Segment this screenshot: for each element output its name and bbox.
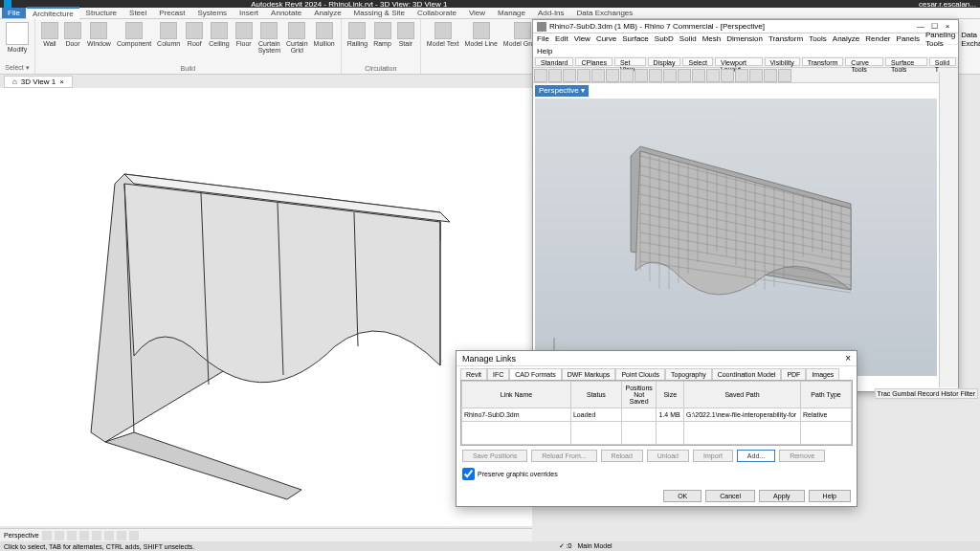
rhino-tool-icon[interactable]: [706, 69, 720, 82]
rhino-tool-icon[interactable]: [548, 69, 562, 82]
rhino-tool-icon[interactable]: [591, 69, 605, 82]
revit-user[interactable]: cesar.r.escalan...: [919, 0, 976, 9]
rhino-tab[interactable]: Set View: [614, 57, 646, 66]
rhino-menu-subd[interactable]: SubD: [655, 34, 674, 43]
status-icon[interactable]: [129, 531, 139, 540]
dialog-tab-images[interactable]: Images: [806, 368, 839, 380]
tab-annotate[interactable]: Annotate: [265, 8, 307, 18]
status-icon[interactable]: [92, 531, 101, 540]
rhino-tab[interactable]: Solid T: [929, 57, 956, 66]
rhino-tab[interactable]: CPlanes: [575, 57, 612, 66]
status-icon[interactable]: [104, 531, 114, 540]
tab-manage[interactable]: Manage: [492, 8, 531, 18]
rhino-tool-icon[interactable]: [649, 69, 662, 82]
tab-precast[interactable]: Precast: [153, 8, 190, 18]
rhino-menu-mesh[interactable]: Mesh: [702, 34, 722, 43]
close-icon[interactable]: ×: [59, 77, 64, 86]
preserve-overrides-check[interactable]: Preserve graphic overrides: [457, 466, 857, 482]
rhino-menu-view[interactable]: View: [574, 34, 590, 43]
dialog-tab-ifc[interactable]: IFC: [487, 368, 509, 380]
tab-insert[interactable]: Insert: [234, 8, 264, 18]
checkbox[interactable]: [462, 468, 475, 480]
tab-addins[interactable]: Add-Ins: [532, 8, 570, 18]
rhino-tool-icon[interactable]: [721, 69, 734, 82]
tab-file[interactable]: File: [2, 8, 26, 18]
tab-steel[interactable]: Steel: [123, 8, 152, 18]
curtain-grid-button[interactable]: Curtain Grid: [284, 21, 310, 55]
component-button[interactable]: Component: [115, 21, 153, 48]
rhino-tool-icon[interactable]: [620, 69, 634, 82]
rhino-help[interactable]: Help: [537, 47, 552, 55]
rhino-menu-edit[interactable]: Edit: [555, 34, 568, 43]
rhino-menu-surface[interactable]: Surface: [622, 34, 649, 43]
ok-button[interactable]: OK: [663, 490, 702, 502]
unload-button[interactable]: Unload: [647, 450, 689, 462]
dialog-tab-cad-formats[interactable]: CAD Formats: [509, 368, 561, 380]
tab-analyze[interactable]: Analyze: [308, 8, 346, 18]
perspective-label[interactable]: Perspective: [4, 532, 39, 539]
view-tab-3d[interactable]: ⌂ 3D View 1 ×: [4, 76, 73, 88]
roof-button[interactable]: Roof: [184, 21, 205, 48]
dialog-tab-pdf[interactable]: PDF: [781, 368, 806, 380]
railing-button[interactable]: Railing: [345, 21, 369, 48]
status-icon[interactable]: [117, 531, 126, 540]
rhino-menu-data exchange[interactable]: Data Exchange: [961, 31, 980, 48]
status-icon[interactable]: [42, 531, 52, 540]
rhino-tab[interactable]: Surface Tools: [885, 57, 927, 66]
rhino-tool-icon[interactable]: [764, 69, 777, 82]
dialog-tab-revit[interactable]: Revit: [460, 368, 487, 380]
mullion-button[interactable]: Mullion: [312, 21, 337, 48]
window-button[interactable]: Window: [85, 21, 113, 48]
table-row[interactable]: Rhino7-SubD.3dmLoaded1.4 MBG:\2022.1\new…: [462, 408, 852, 422]
rhino-menu-dimension[interactable]: Dimension: [726, 34, 763, 43]
status-icon[interactable]: [67, 531, 77, 540]
dialog-tab-coordination-model[interactable]: Coordination Model: [712, 368, 782, 380]
curtain-system-button[interactable]: Curtain System: [256, 21, 282, 55]
dialog-tab-dwf-markups[interactable]: DWF Markups: [562, 368, 616, 380]
rhino-menu-paneling tools[interactable]: Paneling Tools: [925, 31, 955, 48]
rhino-viewport[interactable]: [535, 99, 937, 376]
help-button[interactable]: Help: [809, 490, 851, 502]
add-button[interactable]: Add...: [737, 450, 775, 462]
dialog-tab-point-clouds[interactable]: Point Clouds: [615, 368, 665, 380]
rhino-tab[interactable]: Standard: [535, 57, 573, 66]
tab-massing[interactable]: Massing & Site: [348, 8, 411, 18]
apply-button[interactable]: Apply: [759, 490, 805, 502]
rhino-tab[interactable]: Transform: [802, 57, 844, 66]
rhino-menu-file[interactable]: File: [537, 34, 549, 43]
ramp-button[interactable]: Ramp: [371, 21, 393, 48]
cancel-button[interactable]: Cancel: [705, 490, 755, 502]
rhino-tool-icon[interactable]: [749, 69, 763, 82]
rhino-tool-icon[interactable]: [577, 69, 590, 82]
rhino-menu-analyze[interactable]: Analyze: [833, 34, 859, 43]
status-icon[interactable]: [79, 531, 89, 540]
rhino-tab[interactable]: Viewport Layout: [715, 57, 763, 66]
col-path[interactable]: Saved Path: [683, 382, 800, 408]
floor-button[interactable]: Floor: [234, 21, 255, 48]
rhino-tab[interactable]: Curve Tools: [845, 57, 883, 66]
col-pos[interactable]: Positions Not Saved: [621, 382, 657, 408]
savepositions-button[interactable]: Save Positions: [462, 450, 527, 462]
wall-button[interactable]: Wall: [39, 21, 60, 48]
rhino-menu-transform[interactable]: Transform: [768, 34, 803, 43]
status-icon[interactable]: [55, 531, 64, 540]
reloadfrom-button[interactable]: Reload From...: [531, 450, 596, 462]
reload-button[interactable]: Reload: [601, 450, 643, 462]
rhino-tool-icon[interactable]: [678, 69, 691, 82]
door-button[interactable]: Door: [62, 21, 83, 48]
rhino-tool-icon[interactable]: [635, 69, 648, 82]
col-status[interactable]: Status: [570, 382, 621, 408]
remove-button[interactable]: Remove: [779, 450, 825, 462]
model-line-button[interactable]: Model Line: [463, 21, 500, 48]
rhino-tool-icon[interactable]: [778, 69, 791, 82]
col-size[interactable]: Size: [657, 382, 683, 408]
tab-dataexch[interactable]: Data Exchanges: [571, 8, 639, 18]
rhino-tool-icon[interactable]: [692, 69, 705, 82]
model-text-button[interactable]: Model Text: [425, 21, 461, 48]
rhino-tab[interactable]: Display: [648, 57, 681, 66]
col-ptype[interactable]: Path Type: [801, 382, 852, 408]
rhino-menu-tools[interactable]: Tools: [809, 34, 827, 43]
col-linkname[interactable]: Link Name: [462, 382, 571, 408]
rhino-tab[interactable]: Select: [682, 57, 712, 66]
import-button[interactable]: Import: [693, 450, 733, 462]
